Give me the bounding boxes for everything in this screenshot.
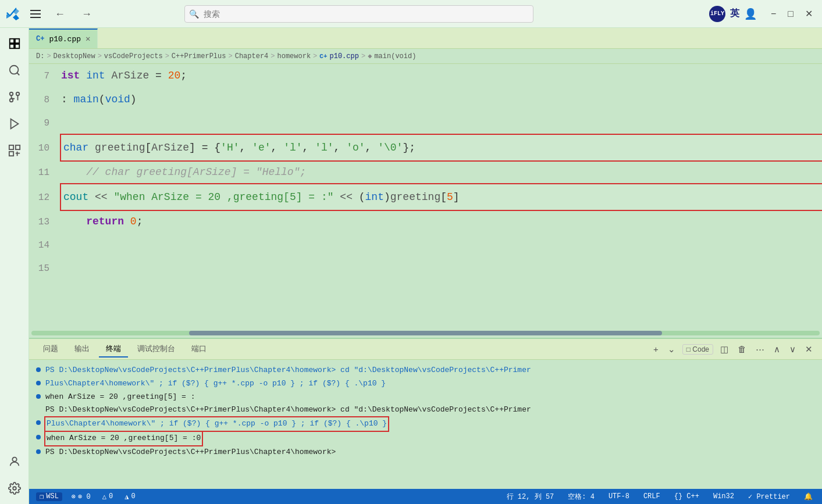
svg-rect-11 (15, 145, 19, 149)
term-text-6: when ArSize = 20 ,greeting[5] = :0 (45, 432, 202, 445)
window-controls: − □ ✕ (766, 6, 817, 22)
line-content-8: : main(void) (61, 88, 822, 111)
account-activity-icon[interactable] (3, 451, 26, 473)
dot-5 (36, 420, 41, 425)
encoding-status[interactable]: UTF-8 (606, 492, 632, 501)
dot-1 (36, 367, 41, 372)
panel-tab-problems[interactable]: 问题 (36, 341, 65, 358)
tab-p10[interactable]: C+ p10.cpp ✕ (29, 28, 98, 48)
prettier-status[interactable]: ✓ Prettier (746, 492, 792, 501)
panel-expand-button[interactable]: ∨ (787, 343, 798, 356)
panel-tab-output[interactable]: 输出 (67, 341, 97, 358)
panel-layout-button[interactable]: ◫ (718, 343, 731, 356)
more-actions-button[interactable]: ⋯ (753, 343, 767, 356)
errors-status[interactable]: ⊗ ⊗ 0 (69, 492, 93, 501)
svg-marker-9 (10, 119, 18, 129)
line-ending-status[interactable]: CRLF (641, 492, 663, 501)
code-line-15: 15 (29, 257, 822, 280)
line-content-13: return 0; (61, 210, 822, 233)
code-line-9: 9 (29, 112, 822, 135)
sep6: > (313, 52, 317, 60)
errors-count: ⊗ 0 (78, 492, 91, 501)
extensions-icon[interactable] (3, 140, 26, 162)
sep5: > (271, 52, 275, 60)
dot-7 (36, 449, 41, 454)
breadcrumb-homework: homework (277, 52, 311, 60)
svg-rect-10 (9, 145, 13, 149)
account-icon[interactable]: 👤 (744, 8, 757, 20)
panel-tab-terminal[interactable]: 终端 (99, 341, 128, 358)
line-num-8: 8 (29, 88, 61, 112)
svg-rect-1 (15, 39, 19, 43)
term-text-4: PS D:\DesktopNew\vsCodeProjects\C++Prime… (36, 404, 531, 416)
tab-close-button[interactable]: ✕ (86, 35, 90, 43)
line-num-13: 13 (29, 210, 61, 234)
terminal-line-2: Plus\Chapter4\homework\" ; if ($?) { g++… (36, 378, 815, 390)
code-editor[interactable]: 7 ist int ArSize = 20; 8 : main(void) 9 … (29, 64, 822, 328)
tab-bar: C+ p10.cpp ✕ (29, 28, 822, 49)
svg-rect-0 (9, 39, 13, 43)
sep7: > (361, 52, 365, 60)
horizontal-scrollbar[interactable] (29, 328, 822, 338)
code-line-14: 14 (29, 234, 822, 257)
term-text-7: PS D:\DesktopNew\vsCodeProjects\C++Prime… (45, 446, 336, 459)
editor-area: C+ p10.cpp ✕ D: > DesktopNew > vsCodePro… (29, 28, 822, 504)
tab-label: p10.cpp (49, 35, 81, 44)
status-bar: ❐ WSL ⊗ ⊗ 0 △ 0 ◮ 0 行 12, 列 57 (29, 489, 822, 504)
delete-terminal-button[interactable]: 🗑 (735, 343, 749, 355)
line-num-14: 14 (29, 234, 61, 257)
platform-status[interactable]: Win32 (711, 492, 736, 501)
svg-rect-2 (9, 44, 13, 48)
scrollbar-track[interactable] (31, 331, 820, 335)
info-status[interactable]: ◮ 0 (122, 492, 137, 501)
warnings-status[interactable]: △ 0 (100, 492, 115, 501)
terminal-content[interactable]: PS D:\DesktopNew\vsCodeProjects\C++Prime… (29, 360, 822, 489)
warnings-count: 0 (109, 492, 113, 501)
lang-badge[interactable]: 英 (730, 8, 739, 20)
menu-button[interactable] (28, 8, 43, 20)
ifly-badge[interactable]: iFLY (709, 6, 725, 22)
forward-button[interactable]: → (77, 6, 97, 22)
titlebar: ← → 🔍 iFLY 英 👤 − □ ✕ (0, 0, 822, 28)
line-num-10: 10 (29, 137, 61, 160)
code-button[interactable]: □ Code (682, 344, 713, 355)
breadcrumb: D: > DesktopNew > vsCodeProjects > C++Pr… (29, 49, 822, 64)
warning-icon: △ (102, 492, 106, 501)
panel-collapse-button[interactable]: ∧ (771, 343, 782, 356)
sep1: > (47, 52, 51, 60)
cursor-position[interactable]: 行 12, 列 57 (504, 492, 557, 502)
panel-tab-debug[interactable]: 调试控制台 (130, 341, 182, 358)
svg-point-13 (12, 457, 16, 462)
code-line-7: 7 ist int ArSize = 20; (29, 64, 822, 88)
panel-area: 问题 输出 终端 调试控制台 端口 + ⌄ □ Code ◫ 🗑 ⋯ ∧ ∨ ✕ (29, 338, 822, 489)
line-content-10: char greeting[ArSize] = {'H', 'e', 'l', … (61, 135, 822, 160)
explorer-icon[interactable] (3, 33, 26, 55)
new-terminal-button[interactable]: + (651, 343, 661, 355)
source-control-icon[interactable] (3, 86, 26, 108)
search-input[interactable] (184, 5, 533, 23)
spaces-status[interactable]: 空格: 4 (565, 492, 597, 502)
term-text-5: Plus\Chapter4\homework\" ; if ($?) { g++… (45, 417, 388, 431)
cpp-file-icon: C+ (36, 35, 44, 43)
panel-close-button[interactable]: ✕ (803, 343, 815, 356)
close-button[interactable]: ✕ (800, 6, 817, 22)
panel-tab-ports[interactable]: 端口 (184, 341, 213, 358)
maximize-button[interactable]: □ (783, 6, 798, 22)
scrollbar-thumb[interactable] (189, 331, 662, 335)
back-button[interactable]: ← (50, 6, 70, 22)
svg-point-14 (13, 487, 16, 490)
dot-6 (36, 435, 41, 439)
minimize-button[interactable]: − (766, 6, 781, 22)
remote-badge[interactable]: ❐ WSL (36, 492, 62, 501)
bell-icon: 🔔 (804, 492, 813, 501)
svg-point-4 (9, 66, 18, 74)
settings-icon[interactable] (3, 477, 26, 499)
line-content-7: ist int ArSize = 20; (61, 64, 822, 87)
terminal-line-3: when ArSize = 20 ,greeting[5] = : (36, 391, 815, 403)
language-status[interactable]: {} C++ (672, 492, 702, 501)
encoding-label: UTF-8 (609, 492, 629, 501)
search-activity-icon[interactable] (3, 59, 26, 81)
bell-button[interactable]: 🔔 (802, 492, 815, 501)
panel-split-button[interactable]: ⌄ (666, 343, 678, 356)
run-debug-icon[interactable] (3, 113, 26, 135)
